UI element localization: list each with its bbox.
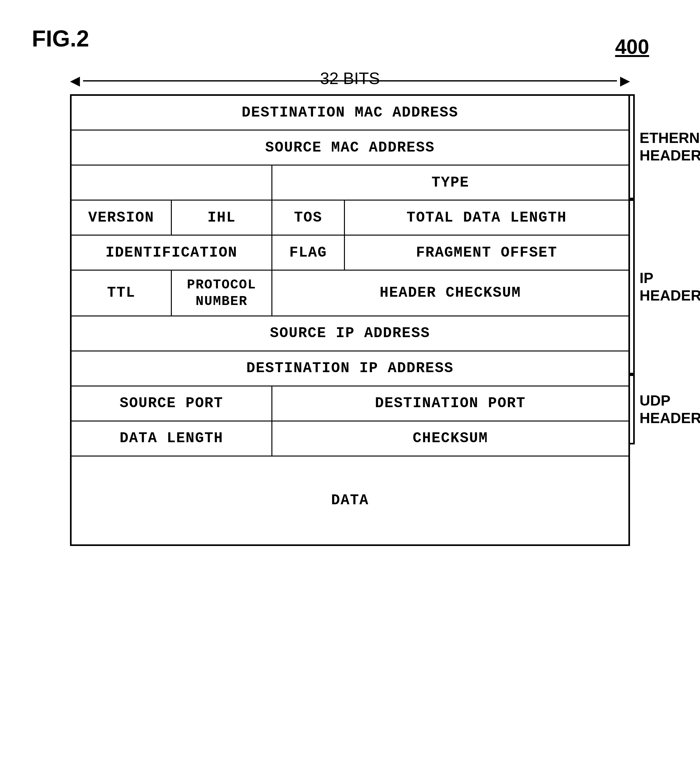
page-container: FIG.2 400 ◀ 32 BITS ▶ DESTINATION MAC AD…	[0, 0, 700, 772]
bits-label: 32 BITS	[320, 69, 380, 88]
ip-bracket-line	[630, 199, 635, 375]
udp-header-bracket: UDPHEADER	[630, 375, 700, 445]
diagram-ref: 400	[615, 35, 649, 59]
ethernet-bracket-line	[630, 94, 635, 199]
table-row: DESTINATION MAC ADDRESS	[71, 95, 629, 130]
empty-cell	[71, 165, 272, 200]
table-row: SOURCE PORT DESTINATION PORT	[71, 386, 629, 421]
destination-port-cell: DESTINATION PORT	[272, 386, 629, 421]
destination-ip-cell: DESTINATION IP ADDRESS	[71, 351, 629, 386]
udp-header-label: UDPHEADER	[640, 392, 700, 427]
main-layout: DESTINATION MAC ADDRESS SOURCE MAC ADDRE…	[32, 94, 668, 546]
tos-cell: TOS	[272, 200, 344, 235]
source-ip-cell: SOURCE IP ADDRESS	[71, 316, 629, 351]
checksum-cell: CHECKSUM	[272, 421, 629, 456]
protocol-number-cell: PROTOCOLNUMBER	[171, 270, 272, 316]
table-row: VERSION IHL TOS TOTAL DATA LENGTH	[71, 200, 629, 235]
ethernet-header-label: ETHERNETHEADER	[640, 129, 700, 164]
header-checksum-cell: HEADER CHECKSUM	[272, 270, 629, 316]
table-row: DESTINATION IP ADDRESS	[71, 351, 629, 386]
total-data-length-cell: TOTAL DATA LENGTH	[344, 200, 629, 235]
ihl-cell: IHL	[171, 200, 272, 235]
table-row: DATA	[71, 456, 629, 545]
table-row: IDENTIFICATION FLAG FRAGMENT OFFSET	[71, 235, 629, 270]
source-mac-cell: SOURCE MAC ADDRESS	[71, 130, 629, 165]
arrow-right-icon: ▶	[620, 71, 630, 91]
table-row: SOURCE MAC ADDRESS	[71, 130, 629, 165]
arrow-left-icon: ◀	[70, 71, 80, 91]
version-cell: VERSION	[71, 200, 171, 235]
flag-cell: FLAG	[272, 235, 344, 270]
source-port-cell: SOURCE PORT	[71, 386, 272, 421]
type-cell: TYPE	[272, 165, 629, 200]
data-length-cell: DATA LENGTH	[71, 421, 272, 456]
ip-header-bracket: IPHEADER	[630, 199, 700, 375]
bits-arrow: ◀ 32 BITS ▶	[70, 71, 630, 91]
protocol-number-text: PROTOCOLNUMBER	[187, 277, 256, 309]
ttl-cell: TTL	[71, 270, 171, 316]
table-row: TTL PROTOCOLNUMBER HEADER CHECKSUM	[71, 270, 629, 316]
diagram-wrapper: DESTINATION MAC ADDRESS SOURCE MAC ADDRE…	[32, 94, 630, 546]
udp-bracket-line	[630, 375, 635, 445]
table-row: DATA LENGTH CHECKSUM	[71, 421, 629, 456]
packet-table: DESTINATION MAC ADDRESS SOURCE MAC ADDRE…	[70, 94, 630, 546]
destination-mac-cell: DESTINATION MAC ADDRESS	[71, 95, 629, 130]
arrow-line: 32 BITS	[83, 80, 617, 82]
fragment-offset-cell: FRAGMENT OFFSET	[344, 235, 629, 270]
ip-header-label: IPHEADER	[640, 269, 700, 304]
figure-title: FIG.2	[32, 26, 668, 52]
table-row: SOURCE IP ADDRESS	[71, 316, 629, 351]
data-cell: DATA	[71, 456, 629, 545]
ethernet-header-bracket: ETHERNETHEADER	[630, 94, 700, 199]
table-row: TYPE	[71, 165, 629, 200]
identification-cell: IDENTIFICATION	[71, 235, 272, 270]
